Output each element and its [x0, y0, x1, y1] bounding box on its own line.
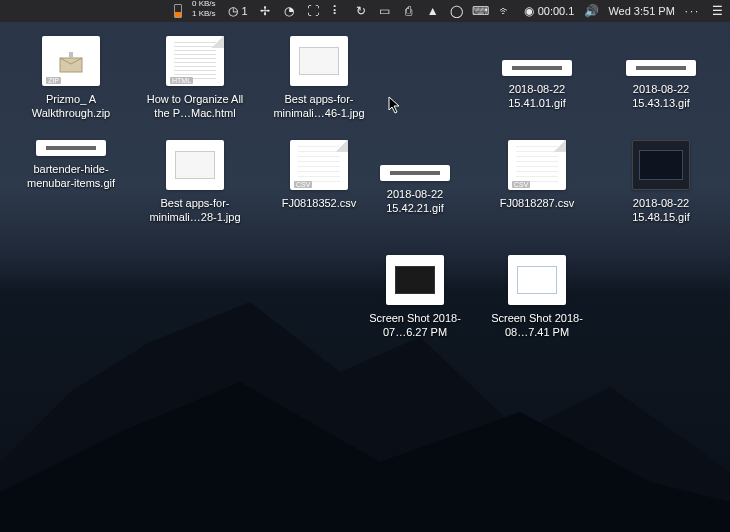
desktop-file[interactable]: Screen Shot 2018-07…6.27 PM — [358, 255, 472, 339]
menubar-circle-icon[interactable]: ◯ — [450, 0, 464, 22]
menubar-more-icon[interactable]: ··· — [685, 0, 700, 22]
file-badge: HTML — [170, 77, 193, 84]
menubar-aperture-icon[interactable]: ✢ — [258, 0, 272, 22]
file-label: 2018-08-22 15.42.21.gif — [358, 187, 472, 215]
menubar-list-icon[interactable]: ☰ — [710, 0, 724, 22]
desktop[interactable]: ZIPPrizmo_ A Walkthrough.zipHTMLHow to O… — [0, 30, 730, 532]
file-icon: CSV — [290, 140, 348, 190]
file-icon — [502, 60, 572, 76]
file-icon: HTML — [166, 36, 224, 86]
file-badge: ZIP — [46, 77, 61, 84]
file-icon: CSV — [508, 140, 566, 190]
file-label: bartender-hide-menubar-items.gif — [14, 162, 128, 190]
desktop-file[interactable]: Best apps-for-minimali…46-1.jpg — [262, 36, 376, 120]
desktop-file[interactable]: 2018-08-22 15.42.21.gif — [358, 165, 472, 215]
file-icon — [290, 36, 348, 86]
file-icon — [626, 60, 696, 76]
netspeed-up: 0 KB/s — [192, 0, 216, 8]
menubar-record-icon[interactable]: ◉00:00.1 — [522, 0, 575, 22]
menubar-droplet-icon[interactable]: ◔ — [282, 0, 296, 22]
menubar-datetime[interactable]: Wed 3:51 PM — [608, 0, 674, 22]
file-badge: CSV — [294, 181, 312, 188]
svg-rect-1 — [69, 52, 73, 58]
menubar-wifi-icon[interactable]: ᯤ — [498, 0, 512, 22]
file-icon — [386, 255, 444, 305]
menubar-sync-icon[interactable]: ↻ — [354, 0, 368, 22]
netspeed-down: 1 KB/s — [192, 10, 216, 18]
menubar-keyboard-icon[interactable]: ⌨ — [474, 0, 488, 22]
menubar-nodes-icon[interactable]: ⠇ — [330, 0, 344, 22]
menubar: 0 KB/s 1 KB/s ◷1 ✢ ◔ ⛶ ⠇ ↻ ▭ ⎙ ▲ ◯ ⌨ ᯤ ◉… — [0, 0, 730, 22]
desktop-file[interactable]: bartender-hide-menubar-items.gif — [14, 140, 128, 190]
menubar-rects-icon[interactable]: ▭ — [378, 0, 392, 22]
file-label: How to Organize All the P…Mac.html — [138, 92, 252, 120]
file-label: 2018-08-22 15.43.13.gif — [604, 82, 718, 110]
desktop-file[interactable]: ZIPPrizmo_ A Walkthrough.zip — [14, 36, 128, 120]
desktop-file[interactable]: HTMLHow to Organize All the P…Mac.html — [138, 36, 252, 120]
menubar-netspeed[interactable]: 0 KB/s 1 KB/s — [192, 0, 216, 22]
menubar-printer-icon[interactable]: ⎙ — [402, 0, 416, 22]
menubar-crop-icon[interactable]: ⛶ — [306, 0, 320, 22]
file-icon: ZIP — [42, 36, 100, 86]
menubar-volume-icon[interactable]: 🔊 — [584, 0, 598, 22]
file-label: 2018-08-22 15.41.01.gif — [480, 82, 594, 110]
file-label: Best apps-for-minimali…46-1.jpg — [262, 92, 376, 120]
file-label: FJ0818287.csv — [500, 196, 575, 210]
file-icon — [380, 165, 450, 181]
file-label: Screen Shot 2018-07…6.27 PM — [358, 311, 472, 339]
desktop-file[interactable]: Screen Shot 2018-08…7.41 PM — [480, 255, 594, 339]
file-label: Prizmo_ A Walkthrough.zip — [14, 92, 128, 120]
menubar-timer-text: 00:00.1 — [538, 5, 575, 17]
menubar-battery-icon[interactable] — [174, 0, 182, 22]
file-label: 2018-08-22 15.48.15.gif — [604, 196, 718, 224]
menubar-timer-icon[interactable]: ◷1 — [226, 0, 248, 22]
desktop-file[interactable]: 2018-08-22 15.48.15.gif — [604, 140, 718, 224]
file-icon — [36, 140, 106, 156]
file-icon — [508, 255, 566, 305]
file-icon — [632, 140, 690, 190]
file-label: Best apps-for-minimali…28-1.jpg — [138, 196, 252, 224]
desktop-file[interactable]: Best apps-for-minimali…28-1.jpg — [138, 140, 252, 224]
file-label: FJ0818352.csv — [282, 196, 357, 210]
file-label: Screen Shot 2018-08…7.41 PM — [480, 311, 594, 339]
desktop-file[interactable]: CSVFJ0818287.csv — [480, 140, 594, 210]
desktop-file[interactable]: 2018-08-22 15.43.13.gif — [604, 60, 718, 110]
desktop-file[interactable]: 2018-08-22 15.41.01.gif — [480, 60, 594, 110]
menubar-airplay-icon[interactable]: ▲ — [426, 0, 440, 22]
file-badge: CSV — [512, 181, 530, 188]
file-icon — [166, 140, 224, 190]
